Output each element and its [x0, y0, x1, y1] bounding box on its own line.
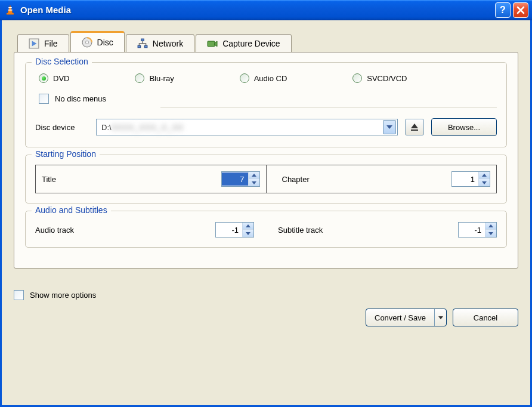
capture-tab-icon — [207, 39, 218, 48]
subtitle-track-spinner-down[interactable] — [485, 230, 496, 237]
subtitle-track-input[interactable] — [459, 223, 485, 236]
radio-audiocd-label: Audio CD — [254, 74, 287, 83]
browse-button[interactable]: Browse... — [431, 118, 497, 136]
radio-svcd[interactable]: SVCD/VCD — [352, 73, 407, 83]
show-more-options-checkbox[interactable] — [14, 290, 24, 300]
subtitle-track-spinner[interactable] — [458, 222, 497, 238]
tab-disc-label: Disc — [97, 38, 113, 47]
svg-rect-1 — [8, 10, 12, 11]
subtitle-track-label: Subtitle track — [278, 226, 458, 235]
tab-capture-device[interactable]: Capture Device — [196, 34, 292, 53]
tab-capture-label: Capture Device — [222, 39, 280, 48]
svg-rect-8 — [144, 45, 147, 47]
cancel-button[interactable]: Cancel — [453, 309, 518, 326]
disc-device-dropdown-button[interactable] — [383, 120, 396, 134]
audio-track-spinner-down[interactable] — [243, 230, 253, 237]
convert-save-dropdown[interactable] — [434, 309, 446, 326]
audio-track-spinner[interactable] — [215, 222, 254, 238]
disc-selection-group: Disc Selection DVD Blu-ray Audio CD SVCD… — [25, 62, 507, 147]
tab-network-label: Network — [153, 39, 183, 48]
no-disc-menus-checkbox[interactable] — [39, 94, 49, 104]
radio-bluray-indicator — [135, 73, 144, 83]
tab-file-label: File — [44, 39, 58, 48]
audio-track-input[interactable] — [216, 223, 242, 236]
window-title: Open Media — [20, 5, 493, 15]
starting-position-legend: Starting Position — [32, 149, 100, 159]
tab-network[interactable]: Network — [126, 34, 194, 53]
show-more-options-label: Show more options — [30, 291, 96, 300]
audio-subtitles-legend: Audio and Subtitles — [32, 205, 111, 215]
audio-subtitles-group: Audio and Subtitles Audio track Subtitle… — [25, 211, 507, 248]
disc-tab-icon — [82, 38, 92, 47]
disc-device-combo[interactable]: D:\XXXX_XXX_X_XX — [96, 119, 398, 135]
convert-save-button[interactable]: Convert / Save — [366, 309, 447, 326]
radio-audiocd-indicator — [240, 73, 249, 83]
svg-rect-0 — [8, 7, 12, 8]
disc-type-radios: DVD Blu-ray Audio CD SVCD/VCD — [35, 73, 497, 83]
svg-rect-9 — [208, 41, 215, 47]
radio-dvd-label: DVD — [53, 74, 69, 83]
convert-save-label: Convert / Save — [366, 309, 434, 326]
chapter-label: Chapter — [273, 175, 452, 184]
divider — [160, 107, 497, 107]
title-spinner-up[interactable] — [249, 172, 259, 179]
radio-svcd-label: SVCD/VCD — [367, 74, 407, 83]
title-bar: Open Media ? — [0, 0, 532, 20]
radio-dvd-indicator — [39, 73, 48, 83]
chapter-spinner[interactable] — [451, 171, 490, 187]
disc-device-label: Disc device — [35, 123, 89, 132]
svg-rect-2 — [7, 13, 14, 14]
title-input[interactable] — [222, 172, 248, 186]
tab-file[interactable]: File — [17, 34, 69, 53]
eject-icon — [410, 124, 419, 131]
radio-audiocd[interactable]: Audio CD — [240, 73, 287, 83]
starting-position-group-wrap: Starting Position Title Chapt — [25, 155, 507, 204]
close-button[interactable] — [513, 2, 528, 18]
subtitle-track-spinner-up[interactable] — [485, 223, 496, 230]
tab-bar: File Disc Network Capture Device — [17, 31, 518, 52]
no-disc-menus-label: No disc menus — [55, 94, 106, 103]
disc-selection-legend: Disc Selection — [32, 57, 92, 66]
chapter-spinner-down[interactable] — [479, 179, 490, 186]
network-tab-icon — [137, 39, 148, 48]
radio-bluray-label: Blu-ray — [149, 74, 174, 83]
tab-panel: Disc Selection DVD Blu-ray Audio CD SVCD… — [14, 52, 518, 269]
radio-svcd-indicator — [352, 73, 362, 83]
audio-track-spinner-up[interactable] — [243, 223, 253, 230]
chapter-spinner-up[interactable] — [479, 172, 490, 179]
title-label: Title — [42, 175, 221, 184]
file-tab-icon — [29, 39, 39, 48]
audio-track-label: Audio track — [35, 226, 215, 235]
vlc-cone-icon — [5, 5, 16, 16]
tab-disc[interactable]: Disc — [70, 31, 125, 52]
window-body: File Disc Network Capture Device Disc Se… — [0, 20, 532, 407]
svg-rect-7 — [138, 45, 141, 47]
help-button[interactable]: ? — [495, 2, 511, 18]
radio-bluray[interactable]: Blu-ray — [135, 73, 174, 83]
svg-point-5 — [85, 41, 88, 44]
radio-dvd[interactable]: DVD — [39, 73, 69, 83]
svg-rect-6 — [141, 39, 144, 41]
disc-device-value: D:\XXXX_XXX_X_XX — [101, 123, 383, 132]
svg-rect-10 — [411, 130, 418, 131]
chapter-input[interactable] — [452, 172, 478, 186]
title-spinner-down[interactable] — [249, 179, 259, 186]
eject-button[interactable] — [405, 119, 424, 135]
title-spinner[interactable] — [221, 171, 260, 187]
